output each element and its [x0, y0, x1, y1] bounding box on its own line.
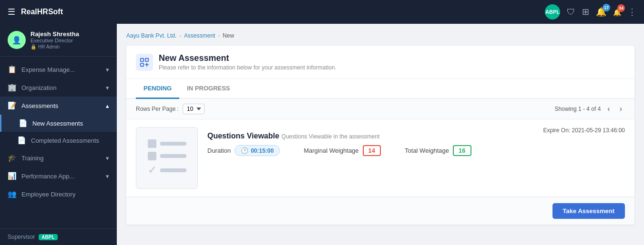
- expense-icon: 📋: [8, 65, 17, 74]
- rows-per-page: Rows Per Page : 10 20 50: [136, 104, 204, 114]
- assessment-title: Questions Viewable: [207, 132, 279, 140]
- table-controls: Rows Per Page : 10 20 50 Showing 1 - 4 o…: [126, 99, 634, 119]
- sidebar-item-assessments-label: Assessments: [21, 102, 58, 109]
- bell-icon-2[interactable]: 🔔 34: [613, 7, 621, 17]
- notif-count-blue: 17: [603, 4, 610, 11]
- total-label: Total Weightage: [405, 147, 449, 154]
- sidebar-item-employee-directory[interactable]: 👥 Employee Directory: [0, 185, 117, 203]
- sidebar-item-organization-label: Organization: [21, 84, 57, 91]
- page-title: New Assessment: [159, 53, 337, 63]
- take-assessment-button[interactable]: Take Assessment: [552, 203, 625, 219]
- tabs: PENDING IN PROGRESS: [126, 79, 634, 99]
- lock-icon: 🔒: [31, 44, 36, 49]
- breadcrumb-current: New: [223, 32, 234, 39]
- marginal-label: Marginal Weightage: [304, 147, 358, 154]
- meta-marginal: Marginal Weightage 14: [304, 145, 381, 156]
- grid-icon[interactable]: ⊞: [582, 7, 589, 17]
- assessments-icon: 📝: [8, 101, 17, 110]
- training-icon: 🎓: [8, 154, 17, 162]
- avatar: 👤: [8, 31, 26, 49]
- pagination-prev[interactable]: ‹: [604, 104, 613, 114]
- pagination: Showing 1 - 4 of 4 ‹ ›: [555, 104, 625, 114]
- sidebar-item-organization-left: 🏢 Organization: [8, 83, 57, 92]
- sidebar-item-performance-left: 📊 Performance App...: [8, 172, 74, 180]
- sidebar-item-employee-dir-left: 👥 Employee Directory: [8, 190, 75, 198]
- topnav-right: ABPL 🛡 ⊞ 🔔 17 🔔 34 ⋮: [545, 4, 636, 20]
- bell-icon[interactable]: 🔔 17: [596, 7, 606, 17]
- sidebar-footer: Supervisor ABPL: [0, 228, 117, 245]
- expire-text: Expire On: 2021-05-29 13:46:00: [543, 127, 625, 134]
- sidebar-item-assessments[interactable]: 📝 Assessments ▴: [0, 97, 117, 115]
- sidebar-item-organization[interactable]: 🏢 Organization ▾: [0, 78, 117, 97]
- hamburger-icon[interactable]: ☰: [8, 7, 15, 17]
- svg-rect-1: [145, 58, 148, 61]
- chevron-down-icon-org: ▾: [106, 84, 109, 91]
- checkmark-icon: ✓: [148, 164, 156, 176]
- sidebar-item-training-left: 🎓 Training: [8, 154, 43, 162]
- new-assessments-icon: 📄: [19, 119, 28, 127]
- sidebar-item-completed-assessments[interactable]: 📄 Completed Assessments: [0, 132, 117, 149]
- tab-pending[interactable]: PENDING: [136, 79, 179, 99]
- chevron-down-icon: ▾: [106, 66, 109, 73]
- user-badge-label: HR Admin: [38, 44, 60, 49]
- check-line-3: [160, 168, 186, 172]
- breadcrumb: Aayu Bank Pvt. Ltd. › Assessment › New: [126, 32, 634, 39]
- topnav: ☰ RealHRSoft ABPL 🛡 ⊞ 🔔 17 🔔 34 ⋮: [0, 0, 644, 24]
- check-line-1: [160, 142, 186, 146]
- pagination-next[interactable]: ›: [617, 104, 625, 114]
- breadcrumb-sep-1: ›: [179, 33, 181, 39]
- user-badge: 🔒 HR Admin: [31, 44, 79, 49]
- check-square-1: [148, 139, 156, 148]
- rows-per-page-select[interactable]: 10 20 50: [183, 104, 204, 114]
- breadcrumb-company[interactable]: Aayu Bank Pvt. Ltd.: [126, 32, 176, 39]
- page-card-header: New Assessment Please refer to the infor…: [126, 46, 634, 79]
- sidebar-item-employee-directory-label: Employee Directory: [21, 191, 75, 198]
- page-card-title-group: New Assessment Please refer to the infor…: [159, 53, 337, 71]
- check-row-1: [148, 139, 186, 148]
- clock-icon: 🕐: [241, 147, 248, 154]
- chevron-down-icon-training: ▾: [106, 155, 109, 162]
- employee-directory-icon: 👥: [8, 190, 17, 198]
- tab-in-progress[interactable]: IN PROGRESS: [179, 79, 237, 99]
- app-logo: RealHRSoft: [21, 8, 539, 16]
- sidebar-nav: 📋 Expense Manage... ▾ 🏢 Organization ▾ 📝…: [0, 57, 117, 228]
- performance-icon: 📊: [8, 172, 17, 180]
- check-square-2: [148, 152, 156, 160]
- shield-icon[interactable]: 🛡: [567, 7, 575, 17]
- breadcrumb-sep-2: ›: [218, 33, 220, 39]
- chevron-up-icon: ▴: [106, 102, 109, 109]
- breadcrumb-section[interactable]: Assessment: [184, 32, 215, 39]
- sidebar-user: 👤 Rajesh Shrestha Executive Director 🔒 H…: [0, 24, 117, 57]
- duration-badge: 🕐 00:15:00: [235, 145, 280, 156]
- sidebar-item-expense[interactable]: 📋 Expense Manage... ▾: [0, 60, 117, 78]
- more-icon[interactable]: ⋮: [628, 7, 636, 17]
- marginal-value: 14: [363, 145, 381, 156]
- total-value: 16: [453, 145, 471, 156]
- assessment-desc: Questions Viewable in the assessment: [281, 133, 379, 140]
- expire-label: Expire On:: [543, 127, 571, 134]
- check-row-2: [148, 152, 186, 160]
- svg-rect-2: [141, 63, 143, 66]
- new-assessments-label: New Assessments: [32, 120, 83, 127]
- svg-rect-0: [141, 58, 143, 61]
- notif-count-red: 34: [617, 4, 625, 12]
- assessment-meta: Duration 🕐 00:15:00 Marginal Weightage 1…: [207, 145, 625, 156]
- rows-per-page-label: Rows Per Page :: [136, 106, 179, 112]
- main-content: Aayu Bank Pvt. Ltd. › Assessment › New N…: [117, 24, 644, 245]
- user-avatar-badge[interactable]: ABPL: [545, 4, 560, 20]
- duration-value: 00:15:00: [251, 147, 274, 154]
- sidebar: 👤 Rajesh Shrestha Executive Director 🔒 H…: [0, 0, 117, 245]
- sidebar-item-expense-left: 📋 Expense Manage...: [8, 65, 75, 74]
- sidebar-item-performance-label: Performance App...: [21, 173, 74, 180]
- user-info: Rajesh Shrestha Executive Director 🔒 HR …: [31, 30, 79, 49]
- supervisor-label: Supervisor: [8, 234, 35, 240]
- sidebar-item-new-assessments[interactable]: 📄 New Assessments: [0, 115, 117, 132]
- sidebar-item-training[interactable]: 🎓 Training ▾: [0, 149, 117, 167]
- page-subtitle: Please refer to the information below fo…: [159, 64, 337, 71]
- card-footer: Take Assessment: [126, 197, 634, 225]
- assessment-info: Expire On: 2021-05-29 13:46:00 Questions…: [207, 127, 625, 156]
- sidebar-item-assessments-left: 📝 Assessments: [8, 101, 58, 110]
- sidebar-item-performance[interactable]: 📊 Performance App... ▾: [0, 167, 117, 185]
- duration-label: Duration: [207, 147, 231, 154]
- assessment-card: ✓ Expire On: 2021-05-29 13:46:00 Questio…: [126, 119, 634, 197]
